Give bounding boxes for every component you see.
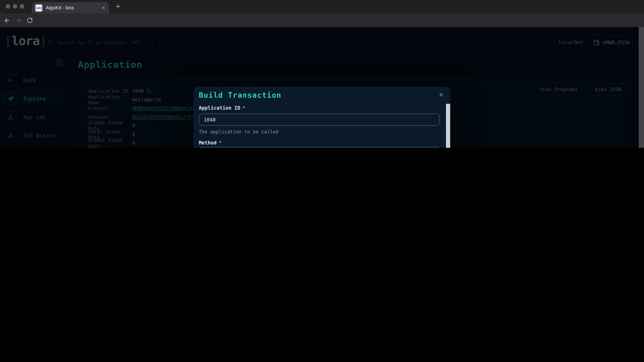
minimize-window-button[interactable] xyxy=(13,4,17,8)
algokit-favicon: [ak] xyxy=(36,4,42,11)
browser-page-scrollbar[interactable] xyxy=(639,27,644,148)
application-id-input[interactable] xyxy=(199,114,440,125)
method-label: Method* xyxy=(199,140,222,146)
application-id-helper: The application to be called xyxy=(199,129,278,135)
modal-scrollbar-thumb[interactable] xyxy=(446,104,450,148)
reload-icon[interactable] xyxy=(27,17,33,23)
browser-tab[interactable]: [ak] AlgoKit - lora xyxy=(32,2,109,13)
back-icon[interactable] xyxy=(4,17,10,24)
new-tab-button[interactable] xyxy=(115,3,121,9)
screenshot-root: [ak] AlgoKit - lora lora.algo xyxy=(0,0,644,148)
method-select[interactable]: hello xyxy=(199,147,440,148)
zoom-window-button[interactable] xyxy=(20,4,24,8)
browser-tabstrip: [ak] AlgoKit - lora xyxy=(0,0,644,13)
browser-toolbar: lora.algokit.io/localnet/application/104… xyxy=(0,13,644,27)
tab-title: AlgoKit - lora xyxy=(46,5,98,10)
tab-close-icon[interactable] xyxy=(102,6,106,10)
macos-traffic-lights[interactable] xyxy=(6,4,24,8)
forward-icon[interactable] xyxy=(15,17,22,24)
application-id-label: Application ID* xyxy=(199,105,245,111)
build-transaction-dialog: Build Transaction Application ID* The ap… xyxy=(193,87,450,148)
close-window-button[interactable] xyxy=(6,4,10,8)
